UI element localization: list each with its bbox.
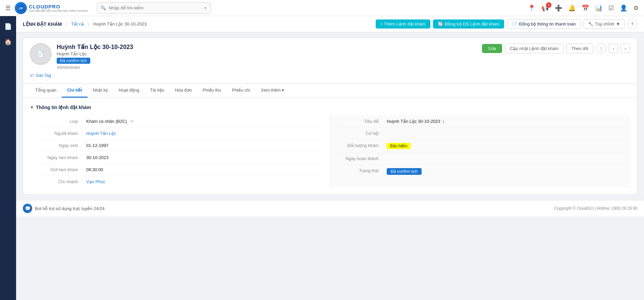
label-ngay-hoan-thanh: Ngày hoàn thành (337, 156, 384, 161)
label-ngay-hen: Ngày hẹn khám (37, 155, 84, 160)
chat-bot[interactable]: 💬 Bot hỗ trợ sử dụng trực tuyến 24/24 (23, 204, 105, 213)
btn-them-lenh[interactable]: + Thêm Lệnh đặt khám (376, 19, 430, 29)
add-icon[interactable]: ➕ (555, 4, 562, 12)
tab-nhat-ky[interactable]: Nhật ký (88, 84, 113, 98)
tab-xem-them[interactable]: Xem thêm ▾ (256, 84, 289, 98)
info-left: Loại Khám cá nhân (B2C) ✏ Người khám Huỳ… (30, 115, 330, 188)
label-gio-hen: Giờ hẹn khám (37, 167, 84, 172)
btn-tuy-chinh[interactable]: 🔧 Tùy chỉnh ▼ (584, 19, 625, 29)
btn-help[interactable]: ? (627, 19, 637, 29)
info-right: Tiêu đề Huỳnh Tấn Lộc 30-10-2023 ℹ Cơ hộ… (330, 115, 630, 188)
btn-next[interactable]: › (621, 44, 630, 53)
value-nguoi-kham[interactable]: Huỳnh Tấn Lộc (86, 131, 323, 136)
tab-tong-quan[interactable]: Tổng quan (30, 84, 62, 98)
label-ngay-sinh: Ngày sinh (37, 143, 84, 148)
label-tieu-de: Tiêu đề (337, 119, 384, 124)
row-co-hoi: Cơ hội (337, 128, 624, 140)
copyright: Copyright © CloudGO | Hotline: 1900 29 2… (554, 206, 637, 211)
breadcrumb-bar: LỆNH ĐẶT KHÁM › Tất cả › Huỳnh Tấn Lộc 3… (16, 16, 644, 32)
hamburger-menu[interactable]: ☰ (5, 4, 11, 12)
label-chi-nhanh: Chi nhánh (37, 179, 84, 184)
nav-icon-group: 📍 📢 5 ➕ 🔔 📅 📊 ☑ 👤 ⚙ (528, 4, 639, 12)
sidebar-icon-file[interactable]: 📄 (2, 20, 14, 33)
value-tieu-de: Huỳnh Tấn Lộc 30-10-2023 ℹ (387, 119, 624, 124)
chart-icon[interactable]: 📊 (595, 4, 602, 12)
row-tieu-de: Tiêu đề Huỳnh Tấn Lộc 30-10-2023 ℹ (337, 115, 624, 128)
btn-dong-bo-tt[interactable]: 📄 Đồng bộ thông tin thanh toán (507, 19, 581, 29)
sidebar: 📄 🏠 (0, 16, 16, 300)
record-sub: Huỳnh Tấn Lộc (57, 51, 477, 56)
row-doi-tuong: Đối tượng khám Bảo hiểm (337, 140, 624, 153)
tabs-bar: Tổng quan Chi tiết Nhật ký Hoạt động Tài… (23, 84, 637, 98)
sidebar-icon-home[interactable]: 🏠 (2, 36, 14, 48)
badge-bao-hiem: Bảo hiểm (387, 143, 411, 149)
edit-loai-icon[interactable]: ✏ (130, 119, 134, 124)
record-card: 📄 Huỳnh Tấn Lộc 30-10-2023 Huỳnh Tấn Lộc… (23, 38, 637, 84)
record-avatar: 📄 (30, 43, 51, 65)
value-ngay-sinh: 01-12-1997 (86, 143, 323, 148)
logo-text: CLOUDPRO CHUYỂN ĐỔI SỐ CHUYÊN SÂU TỪNG N… (29, 4, 88, 12)
tag-icon: 🏷 (30, 73, 34, 78)
logo: CP CLOUDPRO CHUYỂN ĐỔI SỐ CHUYÊN SÂU TỪN… (15, 2, 88, 14)
row-ngay-sinh: Ngày sinh 01-12-1997 (37, 140, 323, 152)
tab-phieu-thu[interactable]: Phiếu thu (197, 84, 227, 98)
svg-text:CP: CP (19, 7, 23, 10)
doc-icon: 📄 (512, 21, 517, 27)
btn-dong-bo-ds[interactable]: 🔄 Đồng bộ DS Lệnh đặt khám (433, 19, 504, 29)
row-ngay-hoan-thanh: Ngày hoàn thành (337, 153, 624, 165)
row-ngay-hen: Ngày hẹn khám 30-10-2023 (37, 152, 323, 164)
value-ngay-hen: 30-10-2023 (86, 155, 323, 160)
btn-sua[interactable]: Sửa (482, 44, 502, 53)
value-doi-tuong: Bảo hiểm (387, 143, 624, 149)
btn-cap-nhat[interactable]: Cập nhật Lệnh đặt khám (505, 44, 564, 53)
info-tieu-de-icon[interactable]: ℹ (443, 119, 444, 124)
notification-badge: 5 (546, 2, 551, 8)
detail-section: ▼ Thông tin lệnh đặt khám Loại Khám cá n… (23, 98, 637, 195)
value-chi-nhanh[interactable]: Vạn Phúc (86, 179, 323, 184)
page-footer: 💬 Bot hỗ trợ sử dụng trực tuyến 24/24 Co… (16, 200, 644, 216)
label-co-hoi: Cơ hội (337, 131, 384, 136)
chevron-down-tuy-chinh: ▼ (616, 21, 620, 27)
wrench-icon: 🔧 (588, 21, 593, 27)
breadcrumb-all[interactable]: Tất cả (71, 21, 84, 27)
chat-label: Bot hỗ trợ sử dụng trực tuyến 24/24 (35, 206, 105, 211)
tab-chi-tiet[interactable]: Chi tiết (62, 84, 88, 98)
checklist-icon[interactable]: ☑ (608, 4, 614, 12)
logo-icon: CP (15, 2, 27, 14)
info-grid: Loại Khám cá nhân (B2C) ✏ Người khám Huỳ… (30, 115, 630, 188)
record-actions: Sửa Cập nhật Lệnh đặt khám Theo dõi ⋮ ‹ … (482, 43, 630, 53)
btn-prev[interactable]: ‹ (609, 44, 618, 53)
label-nguoi-kham: Người khám (37, 131, 84, 136)
megaphone-icon[interactable]: 📢 5 (541, 4, 549, 12)
chat-icon: 💬 (23, 204, 32, 213)
value-trang-thai: Đã confirm lịch (387, 168, 624, 175)
value-gio-hen: 08:30:00 (86, 167, 323, 172)
bell-icon[interactable]: 🔔 (568, 4, 576, 12)
btn-more[interactable]: ⋮ (596, 43, 606, 53)
module-title: LỆNH ĐẶT KHÁM (23, 21, 62, 27)
breadcrumb-sep-2: › (88, 22, 89, 27)
location-icon[interactable]: 📍 (528, 4, 535, 12)
settings-icon[interactable]: ⚙ (633, 4, 639, 12)
row-trang-thai: Trạng thái Đã confirm lịch (337, 165, 624, 178)
row-nguoi-kham: Người khám Huỳnh Tấn Lộc (37, 128, 323, 140)
search-bar[interactable]: 🔍 ▼ (97, 2, 211, 14)
chevron-down-icon: ▼ (204, 6, 207, 10)
label-doi-tuong: Đối tượng khám (337, 143, 384, 148)
tab-phieu-chi[interactable]: Phiếu chi (226, 84, 255, 98)
search-icon: 🔍 (101, 5, 106, 10)
breadcrumb-actions: + Thêm Lệnh đặt khám 🔄 Đồng bộ DS Lệnh đ… (376, 19, 637, 29)
tab-hoat-dong[interactable]: Hoạt động (113, 84, 145, 98)
tab-tai-lieu[interactable]: Tài liệu (145, 84, 170, 98)
btn-theo-doi[interactable]: Theo dõi (566, 44, 593, 53)
tag-line[interactable]: 🏷 Gán Tag (30, 73, 630, 78)
breadcrumb-current: Huỳnh Tấn Lộc 30-10-2023 (93, 21, 147, 27)
value-loai: Khám cá nhân (B2C) ✏ (86, 119, 323, 124)
section-arrow: ▼ (30, 105, 34, 110)
user-icon[interactable]: 👤 (620, 4, 627, 12)
search-input[interactable] (109, 5, 201, 10)
calendar-icon[interactable]: 📅 (582, 4, 589, 12)
status-badge: Đã confirm lịch (57, 58, 90, 64)
sync-icon: 🔄 (438, 21, 443, 27)
tab-hoa-don[interactable]: Hóa đơn (170, 84, 197, 98)
